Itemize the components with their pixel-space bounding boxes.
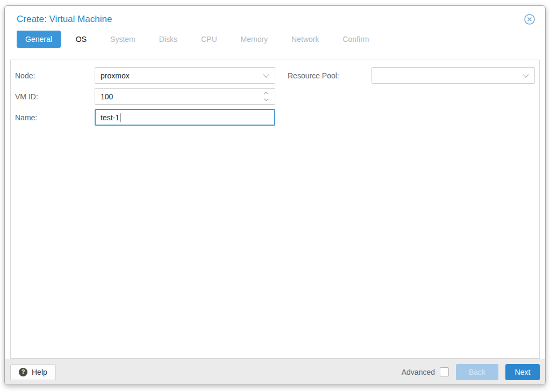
tab-general[interactable]: General <box>17 31 61 48</box>
vmid-row: VM ID: 100 <box>15 88 275 105</box>
dialog-titlebar: Create: Virtual Machine <box>5 6 545 25</box>
node-row: Node: proxmox <box>15 67 275 84</box>
resource-pool-combobox[interactable] <box>372 67 535 84</box>
chevron-up-icon <box>264 92 268 96</box>
close-icon <box>524 13 535 25</box>
name-value: test-1 <box>101 113 119 122</box>
resource-pool-row: Resource Pool: <box>288 67 535 84</box>
tab-memory: Memory <box>232 31 277 48</box>
dialog-footer: ? Help Advanced Back Next <box>5 359 545 384</box>
general-form: Node: proxmox VM ID: 100 <box>11 60 539 130</box>
node-combo-trigger[interactable] <box>260 68 273 83</box>
resource-pool-combo-trigger[interactable] <box>519 68 532 83</box>
node-value: proxmox <box>101 71 130 80</box>
vmid-value: 100 <box>101 92 113 101</box>
dialog-title: Create: Virtual Machine <box>17 14 112 25</box>
name-row: Name: test-1 <box>15 109 275 126</box>
node-label: Node: <box>15 71 95 80</box>
spinner-down-button[interactable] <box>260 97 273 102</box>
tab-confirm: Confirm <box>334 31 377 48</box>
form-right-column: Resource Pool: <box>288 67 535 130</box>
vmid-spin-buttons <box>260 89 273 104</box>
chevron-down-icon <box>263 71 269 77</box>
back-button: Back <box>456 364 498 380</box>
spinner-up-button[interactable] <box>260 91 273 96</box>
form-left-column: Node: proxmox VM ID: 100 <box>15 67 275 130</box>
vmid-label: VM ID: <box>15 92 95 101</box>
help-button-label: Help <box>32 368 47 376</box>
help-question-icon: ? <box>19 368 27 376</box>
next-button[interactable]: Next <box>505 364 540 380</box>
name-input[interactable]: test-1 <box>95 109 275 126</box>
general-tab-panel: Node: proxmox VM ID: 100 <box>10 60 540 359</box>
advanced-label: Advanced <box>402 368 435 376</box>
node-combobox[interactable]: proxmox <box>95 67 275 84</box>
advanced-checkbox[interactable] <box>440 367 449 376</box>
chevron-down-icon <box>264 97 268 101</box>
name-label: Name: <box>15 113 95 122</box>
resource-pool-label: Resource Pool: <box>288 71 372 80</box>
create-vm-dialog: Create: Virtual Machine General OS Syste… <box>4 5 546 385</box>
close-button[interactable] <box>524 13 535 25</box>
wizard-tabbar: General OS System Disks CPU Memory Netwo… <box>5 25 545 48</box>
tab-system: System <box>102 31 144 48</box>
help-button[interactable]: ? Help <box>10 364 56 380</box>
text-cursor <box>120 113 120 122</box>
vmid-spinner[interactable]: 100 <box>95 88 275 105</box>
tab-network: Network <box>283 31 327 48</box>
tab-disks: Disks <box>151 31 186 48</box>
tab-cpu: CPU <box>192 31 226 48</box>
chevron-down-icon <box>523 71 528 77</box>
tab-os[interactable]: OS <box>67 31 95 48</box>
